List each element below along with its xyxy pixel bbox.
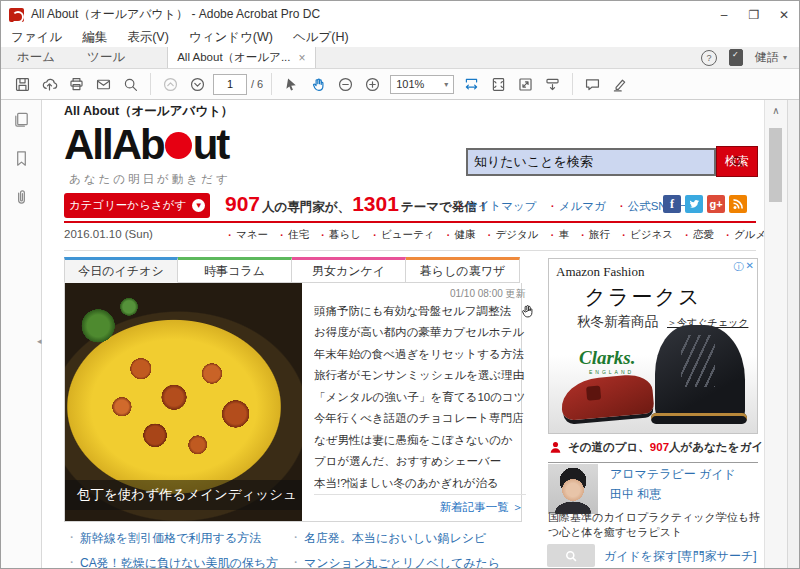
attachments-button[interactable]: [12, 188, 31, 211]
fullscreen-button[interactable]: [512, 71, 539, 97]
restore-button[interactable]: ❐: [739, 2, 769, 28]
menu-item[interactable]: 表示(V): [127, 29, 169, 46]
account-menu[interactable]: 健語 ▾: [755, 49, 787, 66]
category-link[interactable]: ・車: [546, 228, 569, 243]
close-button[interactable]: ✕: [769, 2, 799, 28]
article-link[interactable]: 旅行者がモンサンミッシェルを選ぶ理由: [314, 365, 526, 386]
help-icon[interactable]: ?: [701, 50, 717, 66]
zoom-level-select[interactable]: 101% ▾: [390, 75, 454, 94]
print-icon: [68, 76, 85, 93]
read-mode-button[interactable]: [539, 71, 566, 97]
utility-link[interactable]: ・サイトマップ: [454, 199, 537, 214]
document-tab-close-icon[interactable]: ×: [298, 51, 305, 65]
guide-avatar[interactable]: [548, 464, 598, 514]
previous-page-button[interactable]: [157, 71, 184, 97]
content-tab[interactable]: 男女カンケイ: [292, 257, 406, 283]
category-link[interactable]: ・ビューティ: [369, 228, 434, 243]
googleplus-icon[interactable]: g+: [707, 195, 725, 213]
featured-content-box: 包丁を使わず作るメインディッシュ 01/10 08:00 更新 頭痛予防にも有効…: [64, 283, 522, 522]
hand-tool-button[interactable]: [305, 71, 332, 97]
tools-pane-strip[interactable]: [787, 100, 799, 568]
cloud-upload-button[interactable]: [36, 71, 63, 97]
pane-collapse-handle[interactable]: ◂: [37, 336, 42, 346]
bottom-link[interactable]: ・新幹線を割引価格で利用する方法: [66, 530, 278, 547]
allabout-logo[interactable]: AllAbut: [64, 124, 228, 166]
content-tab[interactable]: 今日のイチオシ: [64, 257, 178, 283]
category-link[interactable]: ・グルメ: [722, 228, 764, 243]
menu-item[interactable]: ウィンドウ(W): [189, 29, 273, 46]
select-tool-button[interactable]: [278, 71, 305, 97]
bottom-link[interactable]: ・名店発。本当においしい鍋レシピ: [290, 530, 500, 547]
ad-close-icon[interactable]: ✕: [746, 260, 754, 274]
category-link[interactable]: ・恋愛: [681, 228, 714, 243]
menu-item[interactable]: 編集: [82, 29, 107, 46]
twitter-icon[interactable]: [685, 195, 703, 213]
article-link[interactable]: 頭痛予防にも有効な骨盤セルフ調整法: [314, 301, 526, 322]
bullet-icon: ・: [276, 228, 287, 243]
content-tab[interactable]: 暮らしの裏ワザ: [406, 257, 520, 283]
rss-icon[interactable]: [729, 195, 747, 213]
adchoices-info-icon[interactable]: ⓘ: [734, 260, 744, 274]
zoom-in-button[interactable]: [359, 71, 386, 97]
zoom-out-button[interactable]: [332, 71, 359, 97]
site-search-input[interactable]: [466, 148, 716, 176]
bookmarks-button[interactable]: [12, 149, 31, 172]
scroll-up-icon[interactable]: ∧: [765, 105, 787, 116]
fit-width-button[interactable]: [458, 71, 485, 97]
tab-home[interactable]: ホーム: [1, 47, 71, 68]
menu-item[interactable]: ファイル: [11, 29, 62, 46]
ad-controls: ⓘ ✕: [734, 260, 754, 274]
next-page-button[interactable]: [184, 71, 211, 97]
article-link[interactable]: なぜ男性は妻に愚痴をこぼさないのか: [314, 430, 526, 451]
featured-photo[interactable]: 包丁を使わず作るメインディッシュ: [65, 283, 302, 521]
category-link[interactable]: ・暮らし: [317, 228, 361, 243]
content-tab[interactable]: 時事コラム: [178, 257, 292, 283]
guide-search-link[interactable]: ガイドを探す[専門家サーチ]: [604, 548, 757, 565]
menu-item[interactable]: ヘルプ(H): [293, 29, 349, 46]
save-button[interactable]: [9, 71, 36, 97]
highlight-button[interactable]: [606, 71, 633, 97]
page-thumbnails-button[interactable]: [12, 110, 31, 133]
bottom-link[interactable]: ・マンション丸ごとリノベしてみたら: [290, 555, 500, 568]
article-link[interactable]: 「メンタルの強い子」を育てる10のコツ: [314, 387, 526, 408]
vertical-scrollbar[interactable]: ∧: [764, 100, 787, 568]
read-mode-icon: [544, 76, 561, 93]
fit-page-button[interactable]: [485, 71, 512, 97]
article-link[interactable]: お得度が高い都内の豪華カプセルホテル: [314, 322, 526, 343]
email-button[interactable]: [90, 71, 117, 97]
article-link[interactable]: プロが選んだ、おすすめシェーバー: [314, 451, 526, 472]
utility-link[interactable]: ・メルマガ: [547, 199, 606, 214]
document-tab[interactable]: All About（オールア... ×: [167, 47, 315, 68]
tab-tools[interactable]: ツール: [71, 47, 141, 68]
category-link[interactable]: ・マネー: [224, 228, 268, 243]
device-sign-icon[interactable]: [729, 49, 743, 66]
article-link[interactable]: 年末年始の食べ過ぎをリセットする方法: [314, 344, 526, 365]
amazon-fashion-ad[interactable]: Amazon Fashion ⓘ ✕ クラークス 秋冬新着商品 ＞今すぐチェック…: [548, 258, 758, 434]
category-link[interactable]: ・住宅: [276, 228, 309, 243]
guide-role-link[interactable]: アロマテラピー ガイド: [610, 466, 736, 483]
category-link[interactable]: ・健康: [442, 228, 475, 243]
page-number-input[interactable]: [213, 74, 247, 95]
comment-button[interactable]: [579, 71, 606, 97]
article-link[interactable]: 本当!?悩ましい冬のあかぎれが治る: [314, 473, 526, 494]
new-articles-link[interactable]: 新着記事一覧 ＞: [314, 494, 526, 521]
print-button[interactable]: [63, 71, 90, 97]
scrollbar-thumb[interactable]: [769, 128, 782, 202]
category-search-button[interactable]: カテゴリーからさがす ▼: [64, 193, 210, 218]
bottom-link[interactable]: ・CA発！乾燥に負けない美肌の保ち方: [66, 555, 278, 568]
bottom-links-left: ・新幹線を割引価格で利用する方法・CA発！乾燥に負けない美肌の保ち方: [66, 530, 278, 568]
bullet-icon: ・: [290, 530, 301, 547]
category-link[interactable]: ・デジタル: [483, 228, 538, 243]
minimize-button[interactable]: –: [709, 2, 739, 28]
facebook-icon[interactable]: f: [663, 195, 681, 213]
guide-name-link[interactable]: 田中 和恵: [610, 486, 661, 503]
find-button[interactable]: [117, 71, 144, 97]
category-link[interactable]: ・旅行: [577, 228, 610, 243]
article-link[interactable]: 今年行くべき話題のチョコレート専門店: [314, 408, 526, 429]
site-search-button[interactable]: 検索: [716, 146, 758, 177]
brand-divider: [64, 221, 756, 223]
email-icon: [95, 76, 112, 93]
category-link[interactable]: ・ビジネス: [618, 228, 673, 243]
guide-search-button[interactable]: [547, 544, 595, 567]
window-title: All About（オールアバウト） - Adobe Acrobat Pro D…: [31, 6, 320, 23]
